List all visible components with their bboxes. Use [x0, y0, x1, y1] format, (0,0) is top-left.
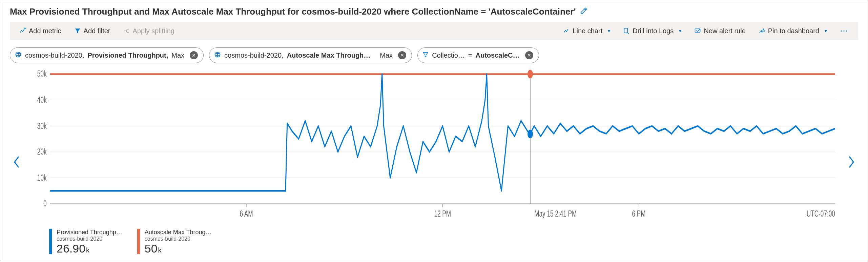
svg-text:10k: 10k [37, 173, 47, 183]
chip-remove-icon[interactable]: ✕ [525, 51, 533, 59]
chip-resource: cosmos-build-2020, [25, 52, 84, 59]
edit-title-icon[interactable] [580, 7, 587, 17]
svg-point-28 [528, 130, 533, 138]
add-metric-button[interactable]: Add metric [16, 25, 65, 37]
line-chart-icon [563, 27, 570, 34]
legend-series-name: Provisioned Throughp… [57, 229, 122, 236]
apply-splitting-button: Apply splitting [120, 25, 178, 37]
svg-text:50k: 50k [37, 70, 47, 79]
new-alert-rule-button[interactable]: New alert rule [691, 25, 749, 37]
chart-type-label: Line chart [573, 27, 602, 35]
chip-metric-name: Provisioned Throughput, [88, 52, 168, 59]
scroll-left-button[interactable] [10, 70, 23, 254]
chip-metric-name: Autoscale Max Through… [287, 52, 371, 59]
cosmos-resource-icon [15, 51, 22, 60]
pin-dashboard-label: Pin to dashboard [768, 27, 819, 35]
svg-text:6 PM: 6 PM [632, 208, 646, 219]
chart-title-row: Max Provisioned Throughput and Max Autos… [10, 6, 858, 17]
filter-icon [74, 27, 81, 34]
svg-point-27 [528, 70, 533, 78]
metric-chips-row: cosmos-build-2020, Provisioned Throughpu… [10, 47, 858, 63]
chevron-down-icon: ▾ [679, 28, 681, 34]
metric-chip-provisioned-throughput[interactable]: cosmos-build-2020, Provisioned Throughpu… [10, 47, 204, 63]
legend-series-name: Autoscale Max Throug… [145, 229, 212, 236]
chart-plot-area[interactable]: 50k40k30k20k10k06 AM12 PM6 PMUTC-07:00Ma… [29, 70, 839, 224]
add-metric-icon [19, 27, 26, 34]
add-metric-label: Add metric [29, 27, 61, 35]
chart-zone: 50k40k30k20k10k06 AM12 PM6 PMUTC-07:00Ma… [10, 70, 858, 254]
cosmos-resource-icon [214, 51, 221, 60]
pin-to-dashboard-dropdown[interactable]: Pin to dashboard ▾ [755, 25, 830, 37]
filter-value: AutoscaleC… [476, 52, 520, 59]
drill-into-logs-dropdown[interactable]: Drill into Logs ▾ [620, 25, 685, 37]
drill-logs-label: Drill into Logs [633, 27, 674, 35]
svg-rect-0 [624, 28, 628, 33]
chip-aggregation: Max [171, 52, 184, 59]
splitting-icon [123, 27, 130, 34]
svg-text:6 AM: 6 AM [240, 208, 253, 219]
chevron-down-icon: ▾ [608, 28, 610, 34]
chip-aggregation: Max [380, 52, 393, 59]
svg-text:May 15 2:41 PM: May 15 2:41 PM [534, 208, 577, 219]
filter-icon [422, 52, 429, 59]
chevron-down-icon: ▾ [825, 28, 827, 34]
legend-item-provisioned[interactable]: Provisioned Throughp… cosmos-build-2020 … [49, 229, 122, 254]
legend-swatch [137, 229, 140, 254]
filter-chip-collectionname[interactable]: Collectio… = AutoscaleC… ✕ [417, 47, 539, 63]
chart-toolbar: Add metric Add filter Apply splitting Li… [10, 22, 858, 40]
svg-text:20k: 20k [37, 146, 47, 157]
chart-title: Max Provisioned Throughput and Max Autos… [10, 6, 576, 17]
svg-text:12 PM: 12 PM [434, 208, 451, 219]
filter-op: = [468, 52, 472, 59]
filter-field: Collectio… [432, 52, 465, 59]
legend-series-value: 26.90k [57, 243, 122, 254]
new-alert-label: New alert rule [704, 27, 745, 35]
logs-icon [623, 27, 630, 34]
svg-text:30k: 30k [37, 121, 47, 131]
legend-item-autoscale[interactable]: Autoscale Max Throug… cosmos-build-2020 … [137, 229, 212, 254]
legend-series-value: 50k [145, 243, 212, 254]
chip-remove-icon[interactable]: ✕ [190, 51, 198, 59]
scroll-right-button[interactable] [845, 70, 858, 254]
metrics-chart-card: Max Provisioned Throughput and Max Autos… [0, 0, 868, 262]
chart-type-dropdown[interactable]: Line chart ▾ [560, 25, 614, 37]
legend-series-resource: cosmos-build-2020 [145, 236, 212, 242]
chart-legend: Provisioned Throughp… cosmos-build-2020 … [29, 229, 839, 254]
chip-resource: cosmos-build-2020, [224, 52, 284, 59]
alert-icon [694, 27, 701, 34]
svg-text:40k: 40k [37, 95, 47, 105]
svg-text:UTC-07:00: UTC-07:00 [807, 208, 835, 219]
add-filter-label: Add filter [84, 27, 110, 35]
more-actions-button[interactable]: ⋯ [836, 24, 852, 38]
pin-icon [759, 27, 765, 34]
metric-chip-autoscale-max-throughput[interactable]: cosmos-build-2020, Autoscale Max Through… [209, 47, 412, 63]
svg-text:0: 0 [43, 198, 47, 208]
legend-series-resource: cosmos-build-2020 [57, 236, 122, 242]
chip-remove-icon[interactable]: ✕ [398, 51, 406, 59]
add-filter-button[interactable]: Add filter [71, 25, 114, 37]
legend-swatch [49, 229, 52, 254]
apply-splitting-label: Apply splitting [133, 27, 174, 35]
